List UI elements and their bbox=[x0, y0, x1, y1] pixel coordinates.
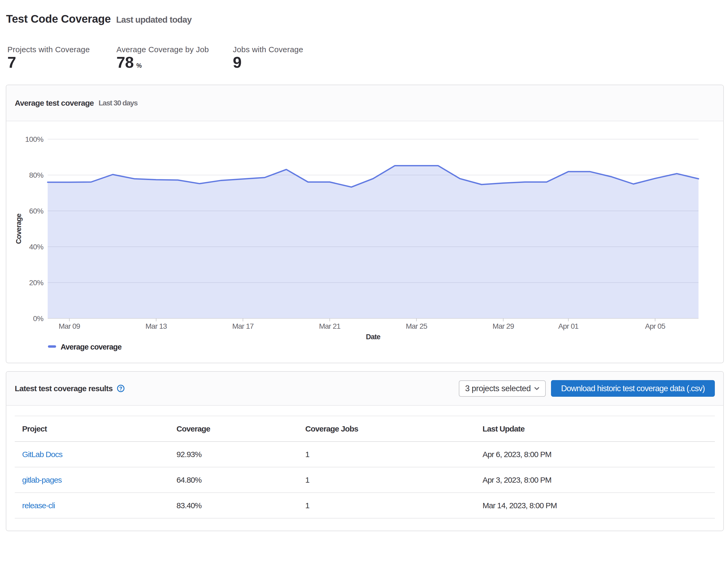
chevron-down-icon bbox=[533, 385, 541, 393]
y-axis-tick-label: 40% bbox=[29, 243, 43, 251]
cell-coverage-jobs: 1 bbox=[298, 493, 475, 518]
stat-label: Average Coverage by Job bbox=[116, 45, 209, 54]
x-axis-tick-label: Mar 29 bbox=[493, 322, 514, 330]
stat-unit: % bbox=[136, 62, 142, 69]
y-axis-tick-label: 0% bbox=[33, 315, 43, 323]
y-axis-tick-label: 100% bbox=[25, 135, 43, 143]
x-axis-tick-label: Mar 17 bbox=[232, 322, 254, 330]
page-title: Test Code Coverage bbox=[6, 13, 111, 25]
x-axis-tick-label: Apr 01 bbox=[558, 322, 579, 330]
column-header-project: Project bbox=[15, 416, 169, 442]
cell-coverage: 83.40% bbox=[169, 493, 298, 518]
legend-marker bbox=[48, 345, 56, 348]
legend-label: Average coverage bbox=[61, 343, 122, 351]
cell-project: GitLab Docs bbox=[15, 442, 169, 467]
stat-average-coverage-by-job: Average Coverage by Job 78% bbox=[116, 45, 209, 74]
column-header-coverage-jobs: Coverage Jobs bbox=[298, 416, 475, 442]
stat-value: 9 bbox=[233, 53, 242, 71]
latest-test-coverage-results-card: Latest test coverage results 3 projects … bbox=[6, 371, 724, 531]
x-axis-tick-label: Apr 05 bbox=[645, 322, 665, 330]
y-axis-tick-label: 80% bbox=[29, 171, 43, 179]
cell-coverage-jobs: 1 bbox=[298, 467, 475, 493]
table-row: GitLab Docs 92.93% 1 Apr 6, 2023, 8:00 P… bbox=[15, 442, 715, 467]
project-link[interactable]: release-cli bbox=[22, 501, 55, 510]
x-axis-tick-label: Mar 09 bbox=[59, 322, 80, 330]
cell-project: release-cli bbox=[15, 493, 169, 518]
cell-project: gitlab-pages bbox=[15, 467, 169, 493]
results-card-title: Latest test coverage results bbox=[15, 384, 113, 393]
y-axis-tick-label: 60% bbox=[29, 207, 43, 215]
y-axis-tick-label: 20% bbox=[29, 278, 43, 287]
page-subtitle: Last updated today bbox=[116, 15, 191, 25]
y-axis-name: Coverage bbox=[15, 213, 23, 244]
stat-value: 78 bbox=[116, 53, 134, 71]
question-icon bbox=[117, 384, 125, 393]
cell-coverage: 92.93% bbox=[169, 442, 298, 467]
x-axis-name: Date bbox=[366, 333, 381, 341]
help-button[interactable] bbox=[117, 384, 125, 393]
average-test-coverage-card: Average test coverage Last 30 days 0%20%… bbox=[6, 85, 724, 363]
stat-projects-with-coverage: Projects with Coverage 7 bbox=[7, 45, 90, 74]
results-card-header: Latest test coverage results 3 projects … bbox=[6, 372, 723, 406]
chart-card-body: 0%20%40%60%80%100%Mar 09Mar 13Mar 17Mar … bbox=[6, 121, 723, 363]
x-axis-tick-label: Mar 25 bbox=[406, 322, 427, 330]
table-row: gitlab-pages 64.80% 1 Apr 3, 2023, 8:00 … bbox=[15, 467, 715, 493]
stat-jobs-with-coverage: Jobs with Coverage 9 bbox=[233, 45, 303, 74]
table-header-row: Project Coverage Coverage Jobs Last Upda… bbox=[15, 416, 715, 442]
column-header-last-update: Last Update bbox=[475, 416, 715, 442]
test-code-coverage-page: Test Code Coverage Last updated today Pr… bbox=[0, 0, 728, 562]
chart-card-subtitle: Last 30 days bbox=[99, 99, 137, 107]
stat-value: 7 bbox=[7, 53, 16, 71]
cell-coverage-jobs: 1 bbox=[298, 442, 475, 467]
cell-coverage: 64.80% bbox=[169, 467, 298, 493]
projects-filter-dropdown[interactable]: 3 projects selected bbox=[459, 380, 546, 397]
chart-card-header: Average test coverage Last 30 days bbox=[6, 85, 723, 121]
projects-dropdown-value: 3 projects selected bbox=[465, 384, 531, 393]
page-header: Test Code Coverage Last updated today bbox=[6, 11, 191, 27]
coverage-area-fill bbox=[48, 166, 699, 319]
x-axis-tick-label: Mar 21 bbox=[319, 322, 341, 330]
results-header-controls: 3 projects selected Download historic te… bbox=[459, 380, 715, 397]
download-csv-button[interactable]: Download historic test coverage data (.c… bbox=[551, 380, 715, 397]
project-link[interactable]: gitlab-pages bbox=[22, 476, 62, 484]
column-header-coverage: Coverage bbox=[169, 416, 298, 442]
x-axis-tick-label: Mar 13 bbox=[145, 322, 167, 330]
chart-card-title: Average test coverage bbox=[15, 99, 94, 107]
table-row: release-cli 83.40% 1 Mar 14, 2023, 8:00 … bbox=[15, 493, 715, 518]
coverage-results-table: Project Coverage Coverage Jobs Last Upda… bbox=[15, 416, 715, 519]
coverage-area-chart[interactable]: 0%20%40%60%80%100%Mar 09Mar 13Mar 17Mar … bbox=[6, 121, 723, 363]
stat-label: Jobs with Coverage bbox=[233, 45, 303, 54]
stat-label: Projects with Coverage bbox=[7, 45, 90, 54]
cell-last-update: Apr 3, 2023, 8:00 PM bbox=[475, 467, 715, 493]
project-link[interactable]: GitLab Docs bbox=[22, 450, 62, 459]
cell-last-update: Apr 6, 2023, 8:00 PM bbox=[475, 442, 715, 467]
results-card-body: Project Coverage Coverage Jobs Last Upda… bbox=[6, 406, 723, 519]
cell-last-update: Mar 14, 2023, 8:00 PM bbox=[475, 493, 715, 518]
